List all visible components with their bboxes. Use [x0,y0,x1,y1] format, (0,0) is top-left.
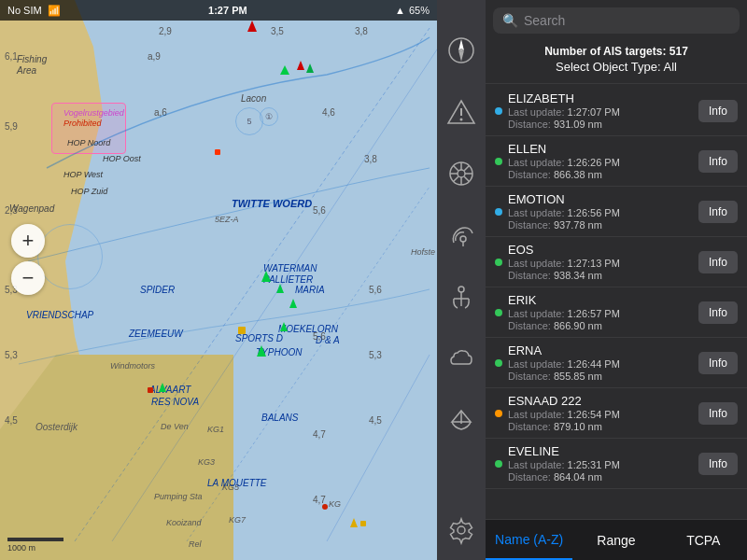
vessel-info-button[interactable]: Info [698,100,738,122]
route-icon-button[interactable] [439,267,484,327]
settings-icon-button[interactable] [439,500,484,560]
coord-9: 5,9 [5,121,18,132]
coord-15: 4,5 [5,415,18,426]
coord-6: a,6 [154,107,167,118]
vessel-info-button[interactable]: Info [698,301,738,324]
vessel-info-button[interactable]: Info [698,402,738,425]
tab-tcpa[interactable]: TCPA [660,520,747,560]
vessel-marker-1 [247,21,257,32]
vessel-status-dot [495,309,502,316]
vessel-last-update: Last update: 1:26:44 PM [508,358,693,370]
vessel-name: ERNA [508,343,693,357]
coord-1: 2,9 [159,26,172,36]
ez-a-label: 5EZ-A [215,215,239,224]
vessel-info: ESNAAD 222 Last update: 1:26:54 PM Dista… [508,394,693,432]
coord-12: 5,6 [369,285,382,295]
coord-8: 3,8 [364,154,377,164]
vessel-name: ESNAAD 222 [508,394,693,408]
vessel-name: ELLEN [508,142,693,156]
ais-header: Number of AIS targets: 517 Select Object… [486,41,747,83]
app-container: No SIM 📶 1:27 PM ▲ 65% Fishing Area Wage… [0,0,747,560]
vessel-info: EOS Last update: 1:27:13 PM Distance: 93… [508,243,693,281]
coord-18: 5,6 [313,331,326,342]
sports-label: SPORTS D [235,333,283,343]
vessel-last-update: Last update: 1:27:13 PM [508,258,693,269]
helm-icon-button[interactable] [439,144,484,203]
vessel-list-item: EVELINE Last update: 1:25:31 PM Distance… [486,439,747,489]
coord-7: 4,6 [322,107,335,118]
svg-line-20 [454,176,458,181]
pumping-sta-label: Pumping Sta [154,492,203,501]
right-panel: 🔍 Number of AIS targets: 517 Select Obje… [486,0,747,560]
rel-label: Rel [189,539,202,549]
twitte-woerd-label: TWITTE WOERD [232,198,312,209]
vessel-marker-10 [238,327,246,334]
vessel-distance: Distance: 866.38 nm [508,169,693,180]
vessel-status-dot [495,460,502,468]
alert-icon-button[interactable] [439,82,484,142]
svg-point-26 [458,526,465,534]
lacon-label: Lacon [241,93,266,104]
vessel-distance: Distance: 864.04 nm [508,471,693,483]
status-bar: No SIM 📶 1:27 PM ▲ 65% [0,0,437,21]
vessel-list-item: ESNAAD 222 Last update: 1:26:54 PM Dista… [486,388,747,439]
vessel-distance: Distance: 879.10 nm [508,421,693,432]
de-ven-label: De Ven [161,422,189,431]
ais-icon-button[interactable] [439,205,484,265]
vessel-icon-button[interactable] [439,390,484,450]
vessel-status-dot [495,107,502,115]
vessel-info: ELLEN Last update: 1:26:26 PM Distance: … [508,142,693,180]
vessel-marker-3 [297,61,304,70]
depth-marker-1: 5 [235,107,263,135]
search-bar: 🔍 [493,7,740,34]
depth-marker-2: ① [260,107,278,126]
vessel-info-button[interactable]: Info [698,352,738,374]
zoom-controls: + − [11,224,45,295]
vessel-name: EVELINE [508,444,693,458]
tab-range[interactable]: Range [572,520,659,560]
vessel-list-item: EMOTION Last update: 1:26:56 PM Distance… [486,187,747,237]
coord-17: 5,6 [313,205,326,216]
vessel-info-button[interactable]: Info [698,201,738,223]
vessel-last-update: Last update: 1:25:31 PM [508,459,693,470]
la-mouette-label: LA MOUETTE [207,478,267,488]
zoom-out-button[interactable]: − [11,261,45,295]
vessel-distance: Distance: 931.09 nm [508,119,693,130]
vessel-last-update: Last update: 1:26:54 PM [508,409,693,420]
svg-point-7 [459,49,463,52]
search-input[interactable] [524,13,730,28]
signal-icon: ▲ [395,5,405,16]
left-panel [437,0,486,560]
vessel-marker-16 [360,521,366,526]
vessel-info-button[interactable]: Info [698,453,738,475]
map-area[interactable]: No SIM 📶 1:27 PM ▲ 65% Fishing Area Wage… [0,0,437,560]
vessel-status-dot [495,259,502,266]
vessel-last-update: Last update: 1:26:57 PM [508,308,693,319]
hop-zuid-label: HOP Zuid [71,187,107,196]
vessel-info: ELIZABETH Last update: 1:27:07 PM Distan… [508,91,693,130]
vessel-distance: Distance: 938.34 nm [508,270,693,281]
weather-icon-button[interactable] [439,329,484,388]
svg-line-18 [464,176,469,181]
area-label: Area [17,65,36,76]
hofste-label: Hofste [411,247,435,257]
vessel-distance: Distance: 937.78 nm [508,219,693,231]
waterman-label: WATERMAN [263,263,317,273]
vessel-list-item: ELLEN Last update: 1:26:26 PM Distance: … [486,136,747,187]
tab-name[interactable]: Name (A-Z) [486,520,572,560]
vessel-info-button[interactable]: Info [698,251,738,273]
vessel-list-item: ERNA Last update: 1:26:44 PM Distance: 8… [486,338,747,388]
hop-west-label: HOP West [63,170,103,179]
coord-14: 5,3 [5,350,18,360]
status-left: No SIM 📶 [7,5,61,17]
coord-2: 3,5 [271,26,284,36]
vessel-name: ERIK [508,293,693,307]
vessel-info-button[interactable]: Info [698,150,738,173]
kg1-label: KG1 [207,425,224,434]
maria-label: MARIA [295,285,325,295]
vessel-list-item: EOS Last update: 1:27:13 PM Distance: 93… [486,237,747,287]
vessel-list[interactable]: ELIZABETH Last update: 1:27:07 PM Distan… [486,86,747,519]
zoom-in-button[interactable]: + [11,224,45,258]
vessel-status-dot [495,208,502,216]
navigate-icon-button[interactable] [439,21,484,80]
